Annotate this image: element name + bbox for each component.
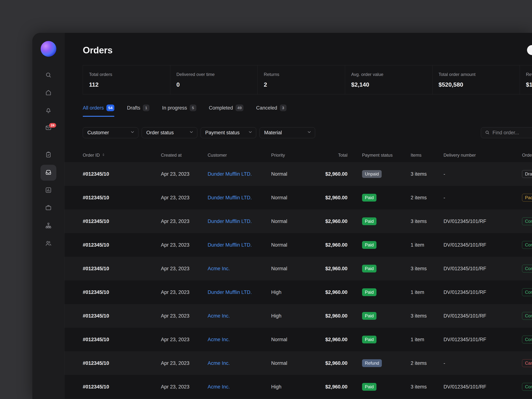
- payment-status-cell: Paid: [362, 265, 411, 272]
- total-cell: $2,960.00: [306, 195, 362, 201]
- order-id-cell: #012345/10: [83, 242, 161, 248]
- table-row[interactable]: #012345/10 Apr 23, 2023 Acme Inc. Normal…: [64, 328, 532, 351]
- sidebar-item-notifications[interactable]: [44, 106, 53, 115]
- stat-value: $1: [526, 81, 532, 88]
- tab-label: All orders: [83, 105, 104, 111]
- customer-link[interactable]: Dunder Mufflin LTD.: [208, 195, 271, 201]
- priority-cell: Normal: [271, 360, 306, 366]
- created-at-cell: Apr 23, 2023: [161, 290, 208, 295]
- table-row[interactable]: #012345/10 Apr 23, 2023 Acme Inc. High $…: [64, 304, 532, 328]
- table-header: Order ID Created at Customer Priority To…: [64, 151, 532, 159]
- created-at-cell: Apr 23, 2023: [161, 171, 208, 177]
- material-filter-dropdown[interactable]: Material: [260, 127, 315, 138]
- order-status-badge: Confirmed: [522, 312, 532, 320]
- total-cell: $2,960.00: [306, 337, 362, 342]
- order-id-cell: #012345/10: [83, 384, 161, 390]
- created-at-cell: Apr 23, 2023: [161, 195, 208, 201]
- chevron-down-icon: [307, 130, 312, 136]
- search-input[interactable]: [493, 130, 532, 136]
- customer-filter-dropdown[interactable]: Customer: [83, 127, 138, 138]
- bell-icon: [45, 107, 52, 114]
- customer-link[interactable]: Dunder Mufflin LTD.: [208, 290, 271, 295]
- customer-link[interactable]: Dunder Mufflin LTD.: [208, 171, 271, 177]
- order-id-cell: #012345/10: [83, 219, 161, 224]
- table-row[interactable]: #012345/10 Apr 23, 2023 Acme Inc. Normal…: [64, 257, 532, 280]
- customer-link[interactable]: Acme Inc.: [208, 360, 271, 366]
- table-body: #012345/10 Apr 23, 2023 Dunder Mufflin L…: [64, 162, 532, 399]
- payment-status-cell: Paid: [362, 312, 411, 320]
- customer-link[interactable]: Acme Inc.: [208, 266, 271, 272]
- total-cell: $2,960.00: [306, 219, 362, 224]
- created-at-cell: Apr 23, 2023: [161, 360, 208, 366]
- sidebar-item-organization[interactable]: [44, 222, 53, 230]
- payment-status-cell: Paid: [362, 194, 411, 202]
- sidebar-item-home[interactable]: [44, 89, 53, 97]
- customer-link[interactable]: Dunder Mufflin LTD.: [208, 242, 271, 248]
- order-status-cell: Confirmed: [522, 383, 532, 391]
- tab-in-progress[interactable]: In progress 5: [162, 104, 196, 112]
- sidebar-item-inbox[interactable]: 24: [44, 124, 53, 133]
- dropdown-label: Material: [264, 130, 282, 136]
- delivery-number-cell: -: [443, 195, 522, 201]
- priority-cell: Normal: [271, 242, 306, 248]
- order-status-filter-dropdown[interactable]: Order status: [142, 127, 197, 138]
- payment-status-badge: Paid: [362, 336, 376, 343]
- order-id-cell: #012345/10: [83, 337, 161, 342]
- created-at-cell: Apr 23, 2023: [161, 313, 208, 319]
- items-cell: 3 items: [411, 313, 443, 319]
- payment-status-cell: Refund: [362, 359, 411, 367]
- total-cell: $2,960.00: [306, 266, 362, 272]
- sidebar-item-customers[interactable]: [44, 239, 53, 248]
- table-row[interactable]: #012345/10 Apr 23, 2023 Acme Inc. Normal…: [64, 351, 532, 375]
- table-row[interactable]: #012345/10 Apr 23, 2023 Dunder Mufflin L…: [64, 162, 532, 186]
- table-row[interactable]: #012345/10 Apr 23, 2023 Dunder Mufflin L…: [64, 209, 532, 233]
- created-at-cell: Apr 23, 2023: [161, 219, 208, 224]
- table-row[interactable]: #012345/10 Apr 23, 2023 Dunder Mufflin L…: [64, 186, 532, 209]
- tab-completed[interactable]: Completed 49: [209, 104, 244, 112]
- sidebar-item-analytics[interactable]: [44, 186, 53, 195]
- total-cell: $2,960.00: [306, 313, 362, 319]
- table-row[interactable]: #012345/10 Apr 23, 2023 Dunder Mufflin L…: [64, 280, 532, 304]
- order-id-cell: #012345/10: [83, 313, 161, 319]
- sidebar-item-tasks[interactable]: [44, 151, 53, 159]
- find-order-search: [481, 127, 532, 138]
- items-cell: 3 items: [411, 171, 443, 177]
- customer-link[interactable]: Acme Inc.: [208, 384, 271, 390]
- order-status-badge: Confirmed: [522, 241, 532, 249]
- filters-row: Customer Order status Payment status Mat…: [83, 127, 315, 138]
- column-header-customer: Customer: [208, 152, 271, 158]
- customer-link[interactable]: Dunder Mufflin LTD.: [208, 219, 271, 224]
- items-cell: 2 items: [411, 360, 443, 366]
- table-row[interactable]: #012345/10 Apr 23, 2023 Acme Inc. High $…: [64, 375, 532, 399]
- customer-link[interactable]: Acme Inc.: [208, 313, 271, 319]
- sidebar-item-projects[interactable]: [44, 203, 53, 212]
- app-logo[interactable]: [41, 41, 56, 57]
- payment-status-badge: Paid: [362, 265, 376, 272]
- column-header-order-id[interactable]: Order ID: [83, 152, 161, 158]
- delivery-number-cell: -: [443, 171, 522, 177]
- payment-status-cell: Paid: [362, 288, 411, 296]
- stat-card: Avg. order value $2,140: [345, 65, 432, 94]
- stat-label: Delivered over time: [176, 72, 258, 77]
- created-at-cell: Apr 23, 2023: [161, 266, 208, 272]
- order-status-badge: Confirmed: [522, 383, 532, 391]
- table-row[interactable]: #012345/10 Apr 23, 2023 Dunder Mufflin L…: [64, 233, 532, 257]
- home-icon: [45, 89, 52, 97]
- sidebar-item-orders[interactable]: [40, 165, 56, 181]
- priority-cell: Normal: [271, 195, 306, 201]
- tab-drafts[interactable]: Drafts 1: [127, 104, 149, 112]
- payment-status-filter-dropdown[interactable]: Payment status: [201, 127, 256, 138]
- tab-canceled[interactable]: Canceled 3: [256, 104, 286, 112]
- total-cell: $2,960.00: [306, 290, 362, 295]
- stat-value: 2: [264, 81, 345, 88]
- customer-link[interactable]: Acme Inc.: [208, 337, 271, 342]
- priority-cell: Normal: [271, 171, 306, 177]
- created-at-cell: Apr 23, 2023: [161, 242, 208, 248]
- stat-card: Total orders 112: [83, 65, 170, 94]
- column-header-total: Total: [306, 152, 362, 158]
- tab-all-orders[interactable]: All orders 54: [83, 104, 114, 112]
- tab-count-badge: 3: [280, 105, 286, 111]
- sidebar-item-search[interactable]: [44, 71, 53, 80]
- primary-action-button[interactable]: [527, 45, 532, 55]
- delivery-number-cell: DV/012345/101/RF: [443, 242, 522, 248]
